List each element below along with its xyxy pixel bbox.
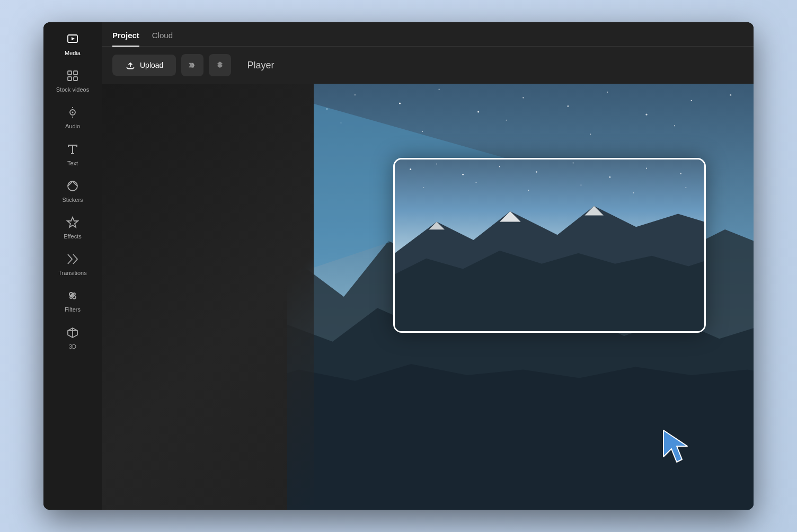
svg-point-16: [138, 96, 139, 97]
svg-point-54: [609, 176, 610, 178]
svg-point-8: [68, 181, 77, 191]
sidebar-item-media-label: Media: [65, 50, 81, 57]
svg-point-18: [175, 98, 176, 99]
sidebar-item-text-label: Text: [67, 160, 78, 167]
dropbox-button[interactable]: [209, 54, 231, 76]
app-window: Media Stock videos: [43, 22, 754, 510]
tab-cloud[interactable]: Cloud: [152, 31, 173, 46]
google-drive-icon: [187, 60, 198, 70]
svg-point-31: [523, 97, 524, 98]
tab-bar: Project Cloud: [102, 22, 754, 47]
svg-point-56: [680, 173, 681, 174]
svg-point-48: [410, 169, 411, 170]
svg-point-22: [186, 108, 187, 109]
svg-point-19: [197, 105, 198, 106]
svg-point-26: [326, 108, 327, 110]
svg-point-21: [130, 110, 131, 111]
sidebar-item-text[interactable]: Text: [49, 138, 96, 172]
sidebar-item-3d[interactable]: 3D: [49, 321, 96, 356]
audio-icon: [66, 106, 79, 121]
sidebar-item-stickers-label: Stickers: [62, 197, 83, 203]
svg-point-25: [298, 92, 299, 93]
google-drive-button[interactable]: [181, 54, 203, 76]
svg-point-17: [154, 102, 155, 103]
svg-point-39: [340, 122, 341, 123]
svg-point-20: [218, 97, 219, 98]
sidebar-item-stock-videos-label: Stock videos: [56, 86, 89, 93]
svg-rect-4: [68, 77, 72, 81]
svg-point-15: [122, 100, 123, 101]
svg-point-62: [685, 187, 686, 188]
video-frame-content: [395, 159, 704, 331]
sidebar-item-stickers[interactable]: Stickers: [49, 174, 96, 209]
sidebar-item-3d-label: 3D: [69, 343, 76, 350]
svg-point-42: [590, 134, 591, 135]
tab-project[interactable]: Project: [112, 31, 139, 46]
svg-rect-5: [74, 77, 77, 81]
svg-point-32: [567, 105, 569, 107]
svg-point-33: [607, 92, 608, 93]
upload-icon: [125, 60, 136, 70]
sidebar-item-media[interactable]: Media: [49, 28, 96, 62]
sidebar-item-filters[interactable]: Filters: [49, 284, 96, 318]
svg-point-40: [422, 131, 423, 132]
svg-point-30: [477, 111, 479, 112]
cursor-arrow: [658, 425, 701, 467]
3d-icon: [66, 326, 79, 341]
svg-point-36: [730, 94, 731, 96]
svg-point-50: [462, 174, 464, 175]
media-area: [102, 84, 754, 510]
sidebar-item-stock-videos[interactable]: Stock videos: [49, 64, 96, 99]
svg-point-52: [536, 171, 537, 173]
stickers-icon: [66, 180, 79, 194]
svg-point-34: [645, 114, 647, 116]
player-area: [287, 84, 754, 510]
svg-point-13: [73, 293, 75, 295]
svg-point-28: [399, 102, 401, 104]
svg-point-27: [355, 94, 356, 95]
svg-marker-1: [72, 37, 75, 40]
sidebar-item-transitions-label: Transitions: [58, 270, 86, 277]
svg-point-53: [573, 163, 574, 164]
upload-button[interactable]: Upload: [112, 55, 176, 76]
svg-point-55: [646, 168, 647, 169]
sidebar-item-effects[interactable]: Effects: [49, 211, 96, 245]
filters-icon: [66, 289, 79, 304]
svg-point-12: [70, 296, 72, 298]
svg-rect-3: [74, 71, 77, 75]
sidebar-item-audio-label: Audio: [65, 123, 80, 130]
grid-icon: [66, 69, 79, 84]
svg-point-29: [439, 89, 440, 90]
text-icon: [66, 143, 79, 158]
svg-point-43: [674, 125, 675, 126]
thumbnail-image: [112, 92, 234, 169]
svg-point-49: [436, 164, 437, 165]
transitions-icon: [66, 253, 79, 268]
svg-point-41: [506, 120, 507, 121]
svg-point-58: [475, 182, 476, 183]
sidebar-item-effects-label: Effects: [64, 233, 81, 240]
effects-icon: [66, 216, 79, 231]
media-thumbnail[interactable]: [112, 92, 234, 169]
player-label: Player: [247, 60, 274, 71]
dropbox-icon: [215, 60, 225, 70]
media-icon: [66, 33, 79, 48]
sidebar: Media Stock videos: [43, 22, 102, 510]
sidebar-item-filters-label: Filters: [65, 306, 81, 313]
svg-point-7: [72, 112, 74, 113]
main-content: Project Cloud Upload: [102, 22, 754, 510]
svg-rect-2: [68, 71, 72, 75]
svg-point-57: [423, 187, 424, 188]
svg-point-59: [528, 190, 529, 191]
svg-point-51: [499, 166, 500, 167]
svg-marker-9: [67, 217, 78, 227]
sidebar-item-audio[interactable]: Audio: [49, 101, 96, 135]
video-frame: [393, 158, 706, 333]
upload-label: Upload: [140, 61, 163, 69]
sidebar-item-transitions[interactable]: Transitions: [49, 247, 96, 282]
svg-point-35: [691, 100, 692, 101]
toolbar: Upload Player: [102, 47, 754, 84]
svg-point-60: [580, 184, 581, 185]
svg-point-61: [633, 192, 634, 193]
